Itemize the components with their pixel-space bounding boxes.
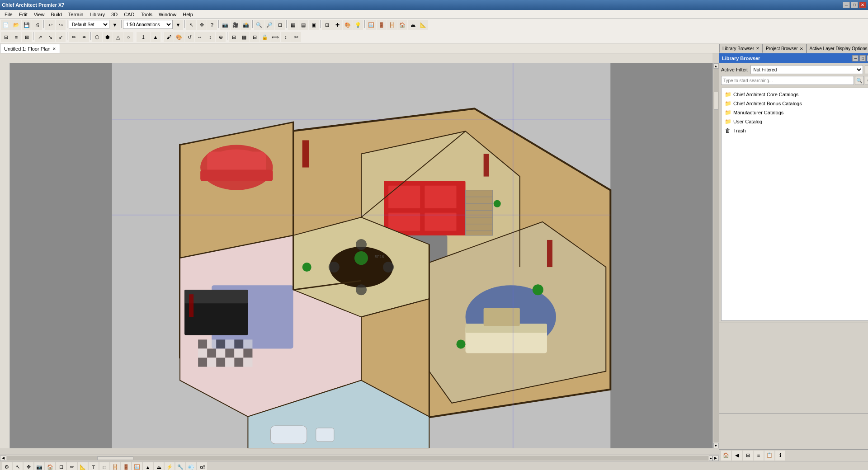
zoom-out[interactable]: 🔎 xyxy=(264,20,274,30)
tree-item-manufacturer[interactable]: 📁 Manufacturer Catalogs xyxy=(723,108,868,117)
rotate-btn[interactable]: ↺ xyxy=(184,32,194,42)
undo-btn[interactable]: ↩ xyxy=(45,20,55,30)
tab-library-browser[interactable]: Library Browser ✕ xyxy=(719,44,763,53)
wall3-btn[interactable]: ⊠ xyxy=(22,32,32,42)
horizontal-scrollbar[interactable]: ◀ ▶ ▶ xyxy=(0,455,719,461)
help-tool[interactable]: ? xyxy=(207,20,217,30)
btm-stair-btn[interactable]: 🪜 xyxy=(110,462,120,470)
expand-h-btn[interactable]: ▶ xyxy=(709,456,712,461)
btm-camera-btn[interactable]: 📷 xyxy=(34,462,44,470)
close-button[interactable]: ✕ xyxy=(859,2,866,8)
tree-item-user[interactable]: 📁 User Catalog xyxy=(723,117,868,126)
btm-text-btn[interactable]: T xyxy=(89,462,99,470)
redo-btn[interactable]: ↪ xyxy=(56,20,66,30)
filter-options-btn[interactable]: ▼ xyxy=(865,65,868,74)
canvas-inner[interactable]: 5F16 ▲ ▼ xyxy=(0,53,719,455)
terrain-tb-btn[interactable]: ⛰ xyxy=(408,20,418,30)
btm-roof-btn[interactable]: ▲ xyxy=(143,462,153,470)
menu-terrain[interactable]: Terrain xyxy=(66,11,86,18)
dimension-btn[interactable]: 📐 xyxy=(418,20,428,30)
btm-door-btn[interactable]: 🚪 xyxy=(121,462,131,470)
maximize-button[interactable]: □ xyxy=(851,2,858,8)
minimize-button[interactable]: ─ xyxy=(843,2,850,8)
arrow-btn[interactable]: ↗ xyxy=(35,32,45,42)
menu-build[interactable]: Build xyxy=(48,11,64,18)
zoom-in[interactable]: 🔍 xyxy=(254,20,264,30)
scroll-right-btn[interactable]: ▶ xyxy=(712,456,719,461)
tab-library-close[interactable]: ✕ xyxy=(756,46,760,51)
menu-tools[interactable]: Tools xyxy=(138,11,155,18)
lib-info-btn[interactable]: ℹ xyxy=(775,451,785,461)
grid-btn[interactable]: ⊞ xyxy=(229,32,239,42)
save-btn[interactable]: 💾 xyxy=(22,20,32,30)
camera-btn[interactable]: 📷 xyxy=(220,20,230,30)
text-size[interactable]: 1 xyxy=(137,32,150,42)
tab-project-close[interactable]: ✕ xyxy=(800,47,803,51)
draw2-btn[interactable]: ✒ xyxy=(79,32,89,42)
camera2-btn[interactable]: 🎥 xyxy=(231,20,241,30)
canvas-tab-floorplan[interactable]: Untitled 1: Floor Plan ✕ xyxy=(0,44,60,53)
layer3-btn[interactable]: ▣ xyxy=(309,20,319,30)
snap2-btn[interactable]: ✚ xyxy=(332,20,342,30)
library-search-input[interactable] xyxy=(721,76,854,85)
annotation-btn[interactable]: ▼ xyxy=(173,20,183,30)
roof-btn[interactable]: 🏠 xyxy=(397,20,407,30)
panel-minimize-btn[interactable]: ─ xyxy=(852,55,859,61)
stair-btn[interactable]: 🪜 xyxy=(387,20,397,30)
layer2-btn[interactable]: ▤ xyxy=(298,20,308,30)
scale-btn[interactable]: ↕ xyxy=(281,32,291,42)
window-btn[interactable]: 🪟 xyxy=(366,20,376,30)
btm-wall-btn[interactable]: ⊟ xyxy=(56,462,66,470)
btm-dim-btn[interactable]: 📐 xyxy=(78,462,88,470)
render-btn[interactable]: 💡 xyxy=(353,20,363,30)
canvas-tab-close[interactable]: ✕ xyxy=(52,47,56,51)
btm-window-btn[interactable]: 🪟 xyxy=(132,462,142,470)
menu-view[interactable]: View xyxy=(31,11,47,18)
poly2-btn[interactable]: ⬢ xyxy=(103,32,113,42)
camera3-btn[interactable]: 📸 xyxy=(241,20,251,30)
btm-terrain-btn[interactable]: ⛰ xyxy=(154,462,164,470)
btm-furn-btn[interactable]: 🛋 xyxy=(197,462,207,470)
snap-btn[interactable]: ⊞ xyxy=(322,20,332,30)
tree-item-trash[interactable]: 🗑 Trash xyxy=(723,126,868,135)
move-tool[interactable]: ✥ xyxy=(197,20,207,30)
hscroll-track[interactable] xyxy=(7,456,708,461)
grid2-btn[interactable]: ▦ xyxy=(239,32,249,42)
menu-cad[interactable]: CAD xyxy=(121,11,137,18)
color2-btn[interactable]: 🎨 xyxy=(174,32,184,42)
menu-library[interactable]: Library xyxy=(87,11,108,18)
menu-help[interactable]: Help xyxy=(180,11,196,18)
btm-move-btn[interactable]: ✥ xyxy=(24,462,33,470)
tree-item-bonus[interactable]: 📁 Chief Architect Bonus Catalogs xyxy=(723,99,868,108)
door-btn[interactable]: 🚪 xyxy=(377,20,387,30)
mirror-btn[interactable]: ⟺ xyxy=(270,32,280,42)
menu-3d[interactable]: 3D xyxy=(108,11,120,18)
tree-item-core[interactable]: 📁 Chief Architect Core Catalogs xyxy=(723,90,868,99)
scroll-track[interactable] xyxy=(713,69,719,442)
scroll-left-btn[interactable]: ◀ xyxy=(0,456,6,461)
scroll-up-btn[interactable]: ▲ xyxy=(713,63,719,69)
lib-list-btn[interactable]: ≡ xyxy=(754,451,764,461)
btm-plumb-btn[interactable]: 🔧 xyxy=(175,462,185,470)
zoom-fit[interactable]: ⊡ xyxy=(275,20,285,30)
poly3-btn[interactable]: △ xyxy=(113,32,123,42)
panel-maximize-btn[interactable]: □ xyxy=(859,55,866,61)
tab-active-layer[interactable]: Active Layer Display Options ✕ xyxy=(807,44,868,53)
layer-btn[interactable]: ▦ xyxy=(288,20,298,30)
search-advanced-btn[interactable]: ⚙ xyxy=(865,76,868,85)
btm-3d-btn[interactable]: 🏠 xyxy=(45,462,55,470)
wall-btn[interactable]: ⊟ xyxy=(1,32,11,42)
plan-set-select[interactable]: Default Set xyxy=(69,20,109,29)
lib-home-btn[interactable]: 🏠 xyxy=(721,451,731,461)
filter-select[interactable]: Not Filtered xyxy=(750,65,863,74)
search-button[interactable]: 🔍 xyxy=(855,76,864,85)
btm-hvac-btn[interactable]: 💨 xyxy=(186,462,196,470)
menu-window[interactable]: Window xyxy=(156,11,179,18)
new-btn[interactable]: 📄 xyxy=(1,20,11,30)
print-btn[interactable]: 🖨 xyxy=(32,20,42,30)
lib-grid-btn[interactable]: ⊞ xyxy=(743,451,753,461)
grid3-btn[interactable]: ⊟ xyxy=(250,32,259,42)
lock-btn[interactable]: 🔒 xyxy=(260,32,270,42)
open-btn[interactable]: 📂 xyxy=(11,20,21,30)
color-btn[interactable]: 🖌 xyxy=(164,32,174,42)
